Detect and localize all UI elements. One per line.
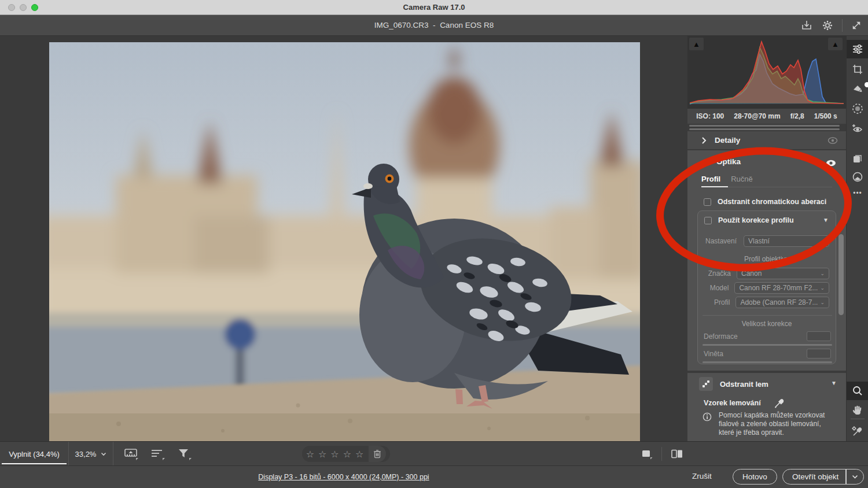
single-view-icon[interactable] xyxy=(641,448,653,460)
chevron-down-icon: ⌄ xyxy=(820,238,825,244)
hand-tool[interactable] xyxy=(847,401,868,420)
star-rating-2[interactable]: ☆ xyxy=(318,449,326,460)
vineta-value-box[interactable] xyxy=(807,349,831,358)
star-rating-4[interactable]: ☆ xyxy=(343,449,351,460)
rating-pill: ☆ ☆ ☆ ☆ ☆ xyxy=(302,446,390,462)
zoom-tool[interactable] xyxy=(847,382,868,400)
camera-name: Canon EOS R8 xyxy=(440,21,494,29)
filmstrip-view-icon[interactable] xyxy=(124,448,139,460)
chromatic-aberration-checkbox[interactable] xyxy=(704,198,711,206)
deformace-slider[interactable] xyxy=(703,344,832,346)
panel-detaily[interactable]: Detaily xyxy=(687,131,846,150)
collapse-triangle-icon[interactable]: ▼ xyxy=(831,380,837,386)
deformace-row: Deformace xyxy=(704,331,831,341)
highlight-clipping-indicator[interactable]: ▲ xyxy=(828,38,843,50)
fringe-sample-label: Vzorek lemování xyxy=(704,399,761,407)
tools-strip: ••• xyxy=(846,36,868,441)
exif-lens: 28-70@70 mm xyxy=(734,112,780,120)
masking-tool[interactable] xyxy=(847,99,868,118)
vineta-label: Viněta xyxy=(704,350,723,358)
status-bar: Display P3 - 16 bitů - 6000 x 4000 (24,0… xyxy=(0,465,868,488)
panel-visibility-eye-icon[interactable] xyxy=(825,158,837,168)
file-info: IMG_0670.CR3 - Canon EOS R8 xyxy=(0,21,868,29)
filter-icon[interactable] xyxy=(177,448,192,460)
nastaveni-dropdown[interactable]: Vlastní ⌄ xyxy=(744,235,829,247)
histogram[interactable]: ▲ ▲ xyxy=(687,36,846,109)
open-object-chevron[interactable] xyxy=(847,475,863,479)
star-rating-5[interactable]: ☆ xyxy=(355,449,363,460)
view-tab-underline xyxy=(2,463,67,464)
file-sep: - xyxy=(433,21,436,29)
view-mode-tab[interactable]: Vyplnit (34,4%) xyxy=(0,442,68,466)
snapshots-tool[interactable] xyxy=(847,149,868,168)
crop-tool[interactable] xyxy=(847,60,868,79)
panel-visibility-eye-icon[interactable] xyxy=(827,136,838,145)
open-object-label: Otevřít objekt xyxy=(783,472,845,481)
filmbar-divider xyxy=(661,447,662,461)
image-preview[interactable] xyxy=(49,42,640,441)
panel-optika: Optika Profil Ručně Odstranit chromatick… xyxy=(687,150,846,371)
preferences-gear-icon[interactable] xyxy=(821,19,834,32)
zoom-level-select[interactable]: 33,2% xyxy=(68,442,113,466)
tab-rucne[interactable]: Ručně xyxy=(731,175,753,183)
model-label: Model xyxy=(705,284,729,292)
exif-bar: ISO: 100 28-70@70 mm f/2,8 1/500 s xyxy=(687,109,846,124)
workspace: ▲ ▲ ISO: 100 28-70@70 mm f/2,8 1/500 s D… xyxy=(0,36,868,441)
edit-tool[interactable] xyxy=(847,40,868,58)
chevron-down-icon: ⌄ xyxy=(820,285,825,291)
znacka-value: Canon xyxy=(741,269,818,278)
model-row: Model Canon RF 28-70mm F2... ⌄ xyxy=(705,282,829,294)
info-icon xyxy=(703,412,712,422)
profil-label: Profil xyxy=(705,298,730,306)
defringe-title: Odstranit lem xyxy=(720,380,768,389)
photo-scene xyxy=(49,42,640,441)
cancel-button[interactable]: Zrušit xyxy=(692,472,712,480)
workflow-options-link[interactable]: Display P3 - 16 bitů - 6000 x 4000 (24,0… xyxy=(0,473,687,481)
chevron-right-icon xyxy=(701,136,707,145)
chevron-down-icon: ⌄ xyxy=(820,300,825,305)
znacka-dropdown[interactable]: Canon ⌄ xyxy=(737,268,829,279)
filmstrip-bar: Vyplnit (34,4%) 33,2% ☆ ☆ ☆ ☆ ☆ xyxy=(0,441,868,465)
adjustments-panel: ▲ ▲ ISO: 100 28-70@70 mm f/2,8 1/500 s D… xyxy=(687,36,846,441)
panel-divider xyxy=(689,128,840,130)
exif-iso: ISO: 100 xyxy=(696,112,724,120)
done-button[interactable]: Hotovo xyxy=(733,469,777,485)
before-after-view-icon[interactable] xyxy=(670,448,684,460)
profile-corrections-row: Použít korekce profilu xyxy=(704,216,794,224)
red-eye-tool[interactable] xyxy=(847,119,868,138)
nastaveni-value: Vlastní xyxy=(748,237,818,245)
profil-dropdown[interactable]: Adobe (Canon RF 28-7... ⌄ xyxy=(735,297,829,308)
eyedropper-icon[interactable] xyxy=(774,397,785,409)
open-object-button[interactable]: Otevřít objekt xyxy=(782,469,864,485)
nastaveni-row: Nastavení Vlastní ⌄ xyxy=(705,235,829,247)
delete-button[interactable] xyxy=(369,446,386,462)
profile-corrections-checkbox[interactable] xyxy=(704,217,712,224)
profile-corrections-label: Použít korekce profilu xyxy=(718,216,794,224)
save-image-icon[interactable] xyxy=(800,19,813,32)
zoom-level-value: 33,2% xyxy=(75,450,97,459)
star-rating-3[interactable]: ☆ xyxy=(330,449,339,460)
sort-order-icon[interactable] xyxy=(150,448,165,460)
more-options-icon[interactable]: ••• xyxy=(847,184,868,202)
color-sampler-tool[interactable] xyxy=(847,422,868,441)
collapse-triangle-icon[interactable]: ▼ xyxy=(823,217,829,223)
profil-value: Adobe (Canon RF 28-7... xyxy=(740,298,818,306)
profile-corrections-group: Použít korekce profilu ▼ Nastavení Vlast… xyxy=(697,210,836,364)
chevron-down-icon xyxy=(101,452,106,456)
tools-divider xyxy=(851,419,865,419)
panel-scrollbar[interactable] xyxy=(838,234,844,315)
shadow-clipping-indicator[interactable]: ▲ xyxy=(689,38,704,50)
chromatic-aberration-label: Odstranit chromatickou aberaci xyxy=(718,198,826,206)
model-dropdown[interactable]: Canon RF 28-70mm F2... ⌄ xyxy=(734,282,829,294)
tab-profil[interactable]: Profil xyxy=(701,175,720,183)
model-value: Canon RF 28-70mm F2... xyxy=(739,284,818,292)
fullscreen-icon[interactable] xyxy=(851,20,862,31)
chromatic-aberration-row: Odstranit chromatickou aberaci xyxy=(704,198,826,206)
vineta-slider[interactable] xyxy=(703,361,832,363)
chevron-down-icon[interactable] xyxy=(701,160,708,164)
star-rating-1[interactable]: ☆ xyxy=(306,449,314,460)
active-tool-dot xyxy=(865,82,868,87)
deformace-value-box[interactable] xyxy=(807,331,831,341)
defringe-tool-icon[interactable] xyxy=(699,377,713,391)
defringe-info-text: Pomocí kapátka můžete vzorkovat fialové … xyxy=(719,411,832,437)
